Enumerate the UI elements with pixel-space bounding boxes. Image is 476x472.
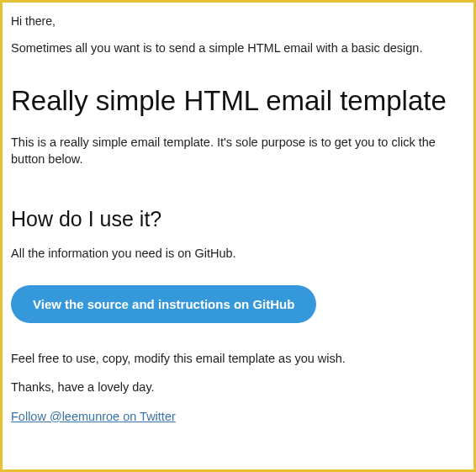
- main-heading: Really simple HTML email template: [11, 85, 465, 117]
- greeting-text: Hi there,: [11, 14, 465, 28]
- info-text: All the information you need is on GitHu…: [11, 247, 465, 260]
- description-text: This is a really simple email template. …: [11, 134, 465, 168]
- intro-text: Sometimes all you want is to send a simp…: [11, 41, 465, 55]
- email-container: Hi there, Sometimes all you want is to s…: [0, 0, 476, 472]
- cta-button[interactable]: View the source and instructions on GitH…: [11, 285, 316, 323]
- permission-text: Feel free to use, copy, modify this emai…: [11, 352, 465, 365]
- signoff-text: Thanks, have a lovely day.: [11, 380, 465, 394]
- follow-twitter-link[interactable]: Follow @leemunroe on Twitter: [11, 410, 176, 423]
- sub-heading: How do I use it?: [11, 207, 465, 231]
